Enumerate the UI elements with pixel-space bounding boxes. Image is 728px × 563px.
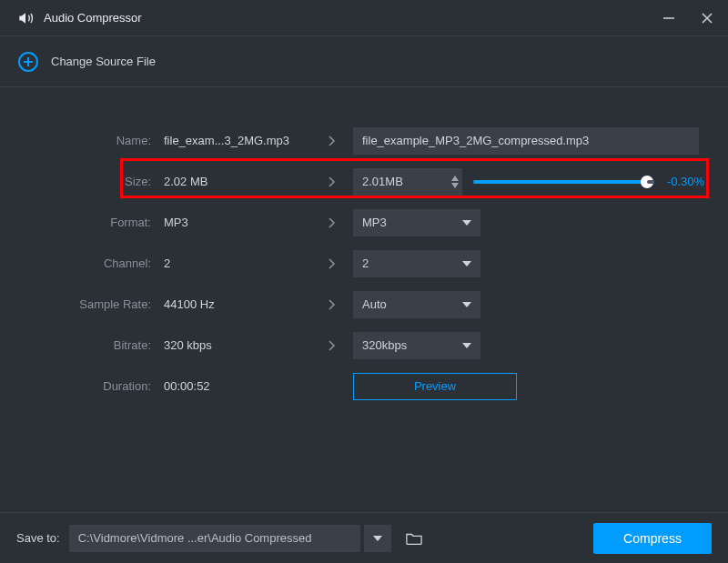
format-dropdown[interactable]: MP3 [353, 209, 480, 236]
row-name: Name: file_exam...3_2MG.mp3 file_example… [0, 120, 728, 161]
arrow-icon [318, 135, 344, 147]
label-name: Name: [0, 134, 164, 147]
spin-down-icon[interactable] [451, 183, 459, 188]
label-bitrate: Bitrate: [0, 338, 164, 352]
minimize-button[interactable] [661, 10, 677, 26]
label-channel: Channel: [0, 256, 164, 270]
speaker-waves-icon [16, 9, 35, 27]
original-name: file_exam...3_2MG.mp3 [164, 134, 318, 147]
bitrate-dropdown[interactable]: 320kbps [353, 332, 480, 359]
save-path-field[interactable]: C:\Vidmore\Vidmore ...er\Audio Compresse… [69, 525, 360, 552]
change-source-row: Change Source File [0, 36, 728, 87]
chevron-down-icon [462, 220, 471, 226]
original-channel: 2 [164, 256, 318, 270]
folder-icon [406, 531, 422, 546]
original-bitrate: 320 kbps [164, 338, 318, 352]
row-format: Format: MP3 MP3 [0, 202, 728, 243]
arrow-icon [318, 216, 344, 229]
spin-up-icon[interactable] [451, 176, 459, 181]
sample-rate-dropdown[interactable]: Auto [353, 291, 480, 318]
channel-selected: 2 [362, 256, 369, 270]
output-name-input[interactable]: file_example_MP3_2MG_compressed.mp3 [353, 127, 699, 155]
app-title: Audio Compressor [44, 11, 142, 25]
app-logo: Audio Compressor [16, 9, 142, 27]
open-folder-button[interactable] [400, 525, 428, 552]
format-selected: MP3 [362, 216, 387, 229]
label-sample-rate: Sample Rate: [0, 297, 164, 311]
change-source-label[interactable]: Change Source File [51, 55, 156, 68]
save-path-dropdown[interactable] [364, 525, 391, 552]
window-controls [661, 10, 715, 26]
row-bitrate: Bitrate: 320 kbps 320kbps [0, 325, 728, 366]
compress-button[interactable]: Compress [593, 523, 712, 554]
row-size: Size: 2.02 MB 2.01MB -0.30% [0, 161, 728, 202]
row-sample-rate: Sample Rate: 44100 Hz Auto [0, 284, 728, 325]
original-format: MP3 [164, 216, 318, 229]
label-format: Format: [0, 216, 164, 229]
arrow-icon [318, 176, 344, 188]
arrow-icon [318, 257, 344, 270]
chevron-down-icon [462, 343, 471, 348]
size-spinner[interactable]: 2.01MB [353, 168, 462, 196]
chevron-down-icon [462, 302, 471, 307]
row-channel: Channel: 2 2 [0, 243, 728, 284]
size-percent-label: -0.30% [667, 175, 704, 188]
close-button[interactable] [699, 10, 715, 26]
footer: Save to: C:\Vidmore\Vidmore ...er\Audio … [0, 512, 728, 563]
slider-thumb[interactable] [641, 176, 653, 188]
save-to-label: Save to: [16, 531, 60, 545]
channel-dropdown[interactable]: 2 [353, 250, 480, 277]
preview-button[interactable]: Preview [353, 373, 517, 400]
size-slider-wrap: -0.30% [473, 175, 728, 188]
arrow-icon [318, 298, 344, 311]
titlebar: Audio Compressor [0, 0, 728, 36]
arrow-icon [318, 339, 344, 352]
form-area: Name: file_exam...3_2MG.mp3 file_example… [0, 87, 728, 512]
sample-rate-selected: Auto [362, 297, 387, 311]
original-size: 2.02 MB [164, 175, 318, 188]
original-sample-rate: 44100 Hz [164, 297, 318, 311]
chevron-down-icon [462, 261, 471, 266]
chevron-down-icon [373, 536, 382, 541]
original-duration: 00:00:52 [164, 379, 318, 393]
label-size: Size: [0, 175, 164, 188]
output-name-value: file_example_MP3_2MG_compressed.mp3 [362, 134, 589, 147]
size-slider[interactable] [473, 180, 654, 184]
add-file-icon[interactable] [18, 52, 38, 72]
bitrate-selected: 320kbps [362, 338, 407, 352]
row-duration: Duration: 00:00:52 Preview [0, 366, 728, 407]
label-duration: Duration: [0, 379, 164, 393]
target-size-value: 2.01MB [362, 175, 403, 188]
save-path-value: C:\Vidmore\Vidmore ...er\Audio Compresse… [78, 531, 312, 545]
